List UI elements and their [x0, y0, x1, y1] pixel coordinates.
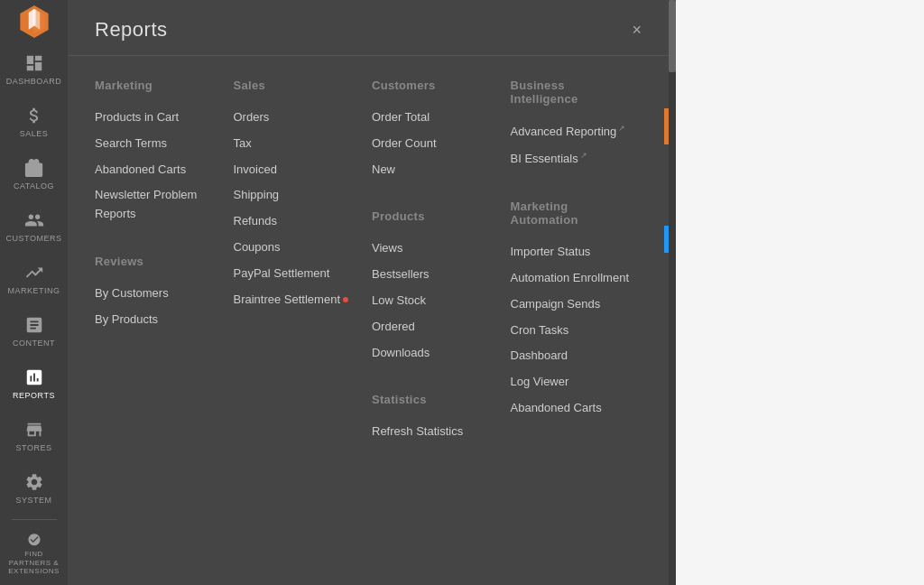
ext-icon-advanced-reporting: ↗ — [618, 124, 625, 133]
section-title-statistics: Statistics — [372, 393, 493, 406]
partners-icon — [24, 533, 44, 547]
sidebar-label-sales: SALES — [20, 129, 49, 139]
menu-item-invoiced[interactable]: Invoiced — [234, 157, 355, 183]
content-icon — [24, 315, 44, 335]
reports-icon — [24, 367, 44, 387]
menu-item-by-customers[interactable]: By Customers — [95, 281, 216, 307]
sales-icon — [24, 106, 44, 125]
sidebar-label-customers: CUSTOMERS — [6, 234, 62, 244]
menu-item-order-count[interactable]: Order Count — [372, 131, 493, 157]
braintree-label: Braintree Settlement — [234, 292, 341, 306]
sidebar-item-catalog[interactable]: CATALOG — [0, 149, 68, 201]
scrollbar[interactable] — [669, 0, 676, 585]
sidebar-item-dashboard[interactable]: DASHBOARD — [0, 44, 68, 97]
sidebar-label-reports: REPORTS — [13, 391, 55, 401]
sidebar-label-stores: STORES — [16, 443, 52, 453]
reports-header: Reports × — [68, 0, 676, 56]
sidebar-logo — [0, 0, 68, 44]
menu-item-downloads[interactable]: Downloads — [372, 340, 493, 367]
marketing-icon — [24, 263, 44, 283]
section-title-marketing: Marketing — [95, 79, 216, 92]
sidebar-label-partners: FIND PARTNERS & EXTENSIONS — [5, 550, 63, 576]
menu-item-dashboard[interactable]: Dashboard — [511, 343, 632, 369]
section-customers: Customers Order Total Order Count New — [372, 79, 493, 182]
section-title-bi: Business Intelligence — [511, 79, 632, 106]
menu-columns: Marketing Products in Cart Search Terms … — [68, 56, 676, 495]
section-statistics: Statistics Refresh Statistics — [372, 393, 493, 445]
sidebar-item-sales[interactable]: SALES — [0, 97, 68, 149]
sidebar-label-marketing: MARKETING — [7, 286, 60, 296]
menu-item-abandoned-carts-auto[interactable]: Abandoned Carts — [511, 395, 632, 422]
menu-item-abandoned-carts[interactable]: Abandoned Carts — [95, 157, 216, 183]
stores-icon — [24, 420, 44, 440]
menu-item-new[interactable]: New — [372, 157, 493, 183]
menu-item-ordered[interactable]: Ordered — [372, 314, 493, 340]
menu-item-views[interactable]: Views — [372, 236, 493, 262]
sidebar-label-catalog: CATALOG — [14, 181, 54, 191]
menu-column-2: Sales Orders Tax Invoiced Shipping Refun… — [234, 79, 373, 472]
menu-item-search-terms[interactable]: Search Terms — [95, 131, 216, 157]
section-title-customers: Customers — [372, 79, 493, 92]
page-title: Reports — [95, 18, 168, 42]
magento-logo-icon — [18, 5, 51, 38]
sidebar-label-content: CONTENT — [13, 339, 55, 348]
menu-item-cron-tasks[interactable]: Cron Tasks — [511, 318, 632, 344]
menu-item-coupons[interactable]: Coupons — [234, 235, 355, 261]
system-icon — [24, 472, 44, 492]
section-products: Products Views Bestsellers Low Stock Ord… — [372, 209, 493, 366]
menu-item-log-viewer[interactable]: Log Viewer — [511, 369, 632, 395]
menu-item-by-products[interactable]: By Products — [95, 307, 216, 333]
dashboard-icon — [24, 53, 44, 73]
menu-item-braintree-settlement[interactable]: Braintree Settlement — [234, 287, 355, 313]
menu-item-refunds[interactable]: Refunds — [234, 209, 355, 235]
sidebar-item-customers[interactable]: CUSTOMERS — [0, 201, 68, 254]
sidebar-item-partners[interactable]: FIND PARTNERS & EXTENSIONS — [0, 524, 68, 585]
menu-item-newsletter-problem-reports[interactable]: Newsletter Problem Reports — [95, 182, 216, 228]
close-button[interactable]: × — [624, 18, 649, 42]
menu-item-paypal-settlement[interactable]: PayPal Settlement — [234, 261, 355, 287]
menu-item-low-stock[interactable]: Low Stock — [372, 288, 493, 314]
section-title-marketing-automation: Marketing Automation — [511, 200, 632, 227]
section-business-intelligence: Business Intelligence Advanced Reporting… — [511, 79, 632, 172]
sidebar-item-marketing[interactable]: MARKETING — [0, 254, 68, 306]
reports-panel: Reports × Marketing Products in Cart Sea… — [68, 0, 676, 585]
menu-column-1: Marketing Products in Cart Search Terms … — [95, 79, 234, 472]
catalog-icon — [24, 158, 44, 178]
ext-icon-bi-essentials: ↗ — [580, 151, 587, 160]
sidebar: DASHBOARD SALES CATALOG CUSTOMERS MARKET… — [0, 0, 68, 585]
menu-column-3: Customers Order Total Order Count New Pr… — [372, 79, 511, 472]
sidebar-divider — [12, 519, 57, 520]
menu-item-bestsellers[interactable]: Bestsellers — [372, 262, 493, 288]
menu-item-advanced-reporting[interactable]: Advanced Reporting↗ — [511, 118, 632, 145]
menu-item-shipping[interactable]: Shipping — [234, 182, 355, 209]
menu-item-order-total[interactable]: Order Total — [372, 105, 493, 131]
sidebar-item-stores[interactable]: STORES — [0, 411, 68, 463]
section-sales: Sales Orders Tax Invoiced Shipping Refun… — [234, 79, 355, 312]
customers-icon — [24, 210, 44, 230]
menu-item-bi-essentials[interactable]: BI Essentials↗ — [511, 145, 632, 172]
sidebar-item-content[interactable]: CONTENT — [0, 306, 68, 358]
menu-item-campaign-sends[interactable]: Campaign Sends — [511, 292, 632, 318]
sidebar-label-dashboard: DASHBOARD — [6, 77, 62, 87]
sidebar-item-system[interactable]: SYSTEM — [0, 463, 68, 515]
menu-item-products-in-cart[interactable]: Products in Cart — [95, 105, 216, 131]
menu-item-tax[interactable]: Tax — [234, 131, 355, 157]
menu-item-importer-status[interactable]: Importer Status — [511, 239, 632, 265]
section-reviews: Reviews By Customers By Products — [95, 255, 216, 333]
bi-essentials-label: BI Essentials — [511, 152, 578, 165]
menu-item-refresh-statistics[interactable]: Refresh Statistics — [372, 419, 493, 445]
section-title-products: Products — [372, 209, 493, 223]
section-marketing-automation: Marketing Automation Importer Status Aut… — [511, 200, 632, 422]
advanced-reporting-label: Advanced Reporting — [511, 125, 617, 138]
sidebar-label-system: SYSTEM — [15, 496, 51, 506]
section-marketing: Marketing Products in Cart Search Terms … — [95, 79, 216, 228]
menu-column-4: Business Intelligence Advanced Reporting… — [511, 79, 650, 472]
section-title-sales: Sales — [234, 79, 355, 92]
sidebar-item-reports[interactable]: REPORTS — [0, 358, 68, 411]
menu-item-orders[interactable]: Orders — [234, 105, 355, 131]
section-title-reviews: Reviews — [95, 255, 216, 268]
red-dot-icon — [343, 297, 348, 302]
menu-item-automation-enrollment[interactable]: Automation Enrollment — [511, 265, 632, 292]
scroll-thumb[interactable] — [669, 0, 676, 72]
